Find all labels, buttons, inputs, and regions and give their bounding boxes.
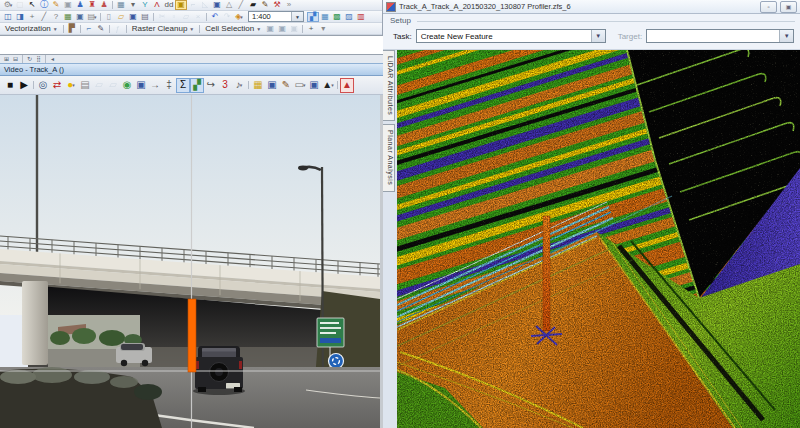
view4-icon[interactable]: ▥ (355, 12, 367, 22)
view1-icon[interactable]: ▦ (319, 12, 331, 22)
panel-right-icon[interactable]: ◨ (14, 12, 26, 22)
person-icon[interactable]: ♟ (98, 0, 110, 10)
fit-view-icon[interactable]: ▞ (307, 12, 319, 22)
move-to-icon[interactable]: → (148, 78, 162, 93)
lambda-icon[interactable]: Λ (151, 0, 163, 10)
info-icon[interactable]: ⓘ (38, 0, 50, 10)
paste-icon[interactable]: ▱ (180, 12, 192, 22)
stop-icon[interactable]: ■ (3, 78, 17, 93)
prev-frame-icon[interactable]: ▱ (92, 78, 106, 93)
active-mode-icon[interactable]: ▣ (175, 0, 187, 10)
dock-collapse-icon[interactable]: ⊟ (11, 56, 20, 63)
box-b-icon[interactable]: ▣ (74, 12, 86, 22)
save-as-icon[interactable]: ▣ (307, 78, 321, 93)
redo-icon[interactable]: ↷ (221, 12, 233, 22)
vectorization-menu[interactable]: Vectorization▼ (2, 24, 61, 33)
brush-icon[interactable]: ✎ (259, 0, 271, 10)
task-dropdown-button[interactable]: ▼ (591, 30, 605, 42)
cell-c-icon[interactable]: ▣ (288, 24, 300, 34)
view2-icon[interactable]: ▩ (331, 12, 343, 22)
tower-icon[interactable]: ♜ (86, 0, 98, 10)
help-icon[interactable]: ? (50, 12, 62, 22)
blank-icon[interactable]: ▢ (14, 0, 26, 10)
edit-pencil-icon[interactable]: ✎ (95, 24, 107, 34)
maximize-button[interactable]: ▣ (780, 1, 797, 13)
draw-line-icon[interactable]: ╱ (38, 12, 50, 22)
cell-a-icon[interactable]: ▣ (264, 24, 276, 34)
list-b-icon[interactable]: ▤▾ (86, 12, 98, 22)
save-frame-icon[interactable]: ▣ (134, 78, 148, 93)
minimize-button[interactable]: ▫ (760, 1, 777, 13)
topo-icon[interactable]: ▛ (66, 24, 78, 34)
target-combobox[interactable]: ▼ (646, 29, 794, 43)
annotation-icon[interactable]: ♪▾ (232, 78, 246, 93)
line-icon[interactable]: ╱ (235, 0, 247, 10)
shape-tool-icon[interactable]: ▭▾ (293, 78, 307, 93)
copy-icon[interactable]: ▫ (168, 12, 180, 22)
add-point-icon[interactable]: + (305, 24, 317, 34)
raster-cleanup-menu[interactable]: Raster Cleanup▼ (129, 24, 198, 33)
function-icon[interactable]: ƒ (112, 24, 124, 34)
empty-workspace-panel[interactable] (0, 35, 383, 55)
dock-back-icon[interactable]: ◂ (48, 56, 57, 63)
overflow-icon[interactable]: » (283, 0, 295, 10)
sketch-pencil-icon[interactable]: ✎ (50, 0, 62, 10)
alert-tool-icon[interactable]: ▲ (340, 78, 354, 93)
tab-planar-analysis[interactable]: Planar Analysis (383, 124, 395, 191)
y-join-icon[interactable]: Y (139, 0, 151, 10)
frame-list-icon[interactable]: ▤ (78, 78, 92, 93)
corner-dim-icon[interactable]: ⌐ (187, 0, 199, 10)
locate-icon[interactable]: ◈▾ (233, 12, 245, 22)
add-icon[interactable]: + (26, 12, 38, 22)
globe-icon[interactable]: ◉ (120, 78, 134, 93)
slope-dim-icon[interactable]: ◺ (199, 0, 211, 10)
panel-left-icon[interactable]: ◫ (2, 12, 14, 22)
workspace-menu-icon[interactable]: ⚙▾ (2, 0, 14, 10)
grid-b-icon[interactable]: ▦ (62, 12, 74, 22)
profiler-titlebar[interactable]: Track_A_Track_A_20150320_130807 Profiler… (383, 0, 800, 14)
drop-marker-icon[interactable]: ‡ (162, 78, 176, 93)
next-frame-icon[interactable]: ▱ (106, 78, 120, 93)
play-icon[interactable]: ▶ (17, 78, 31, 93)
row3-more-icon[interactable]: ▾ (317, 24, 329, 34)
cone-tool-icon[interactable]: ▲▾ (321, 78, 335, 93)
dock-tile-icon[interactable]: ⊞ (2, 56, 11, 63)
task-combobox[interactable]: Create New Feature ▼ (416, 29, 606, 43)
save-file-icon[interactable]: ▣ (127, 12, 139, 22)
view3-icon[interactable]: ▨ (343, 12, 355, 22)
cut-icon[interactable]: ✂ (156, 12, 168, 22)
open-file-icon[interactable]: ▱ (115, 12, 127, 22)
frame-jump-icon[interactable]: ⇄ (50, 78, 64, 93)
save-small-icon[interactable]: ▣ (211, 0, 223, 10)
zoom-lens-icon[interactable]: ◎ (36, 78, 50, 93)
undo-icon[interactable]: ↶ (209, 12, 221, 22)
eraser-icon[interactable]: ▰ (247, 0, 259, 10)
edit-image-icon[interactable]: ✎ (279, 78, 293, 93)
delete-icon[interactable]: × (192, 12, 204, 22)
sigma-measure-icon[interactable]: Σ (176, 78, 190, 93)
redo-view-icon[interactable]: ↪ (204, 78, 218, 93)
repair-hammer-icon[interactable]: ⚒ (271, 0, 283, 10)
lidar-point-cloud-view[interactable] (397, 50, 800, 428)
grid-icon[interactable]: ▦ (115, 0, 127, 10)
user-icon[interactable]: ♟ (74, 0, 86, 10)
tab-lidar-attributes[interactable]: LiDAR Attributes (383, 50, 395, 121)
video-panel-titlebar[interactable]: Video - Track_A () (0, 63, 383, 76)
zoom-scale-dropdown-button[interactable]: ▼ (291, 12, 303, 21)
dock-grip-icon[interactable]: ⣿ (34, 56, 43, 63)
new-file-icon[interactable]: ▯ (103, 12, 115, 22)
video-frame-view[interactable] (0, 95, 380, 428)
zoom-scale-combobox[interactable]: 1:400 ▼ (248, 11, 304, 22)
select-cursor-icon[interactable]: ↖ (26, 0, 38, 10)
triangle-ruler-icon[interactable]: △ (223, 0, 235, 10)
target-dropdown-button[interactable]: ▼ (779, 30, 793, 42)
corner-tool-icon[interactable]: ⌐ (83, 24, 95, 34)
print-icon[interactable]: ▤ (139, 12, 151, 22)
frame-icon[interactable]: ▣ (62, 0, 74, 10)
save-image-icon[interactable]: ▣ (265, 78, 279, 93)
display-bulb-icon[interactable]: ●▾ (64, 78, 78, 93)
image-view-icon[interactable]: ▦ (251, 78, 265, 93)
more-caret-icon[interactable]: ▾ (127, 0, 139, 10)
dock-refresh-icon[interactable]: ↻ (25, 56, 34, 63)
dd-tool-icon[interactable]: dd (163, 0, 175, 10)
